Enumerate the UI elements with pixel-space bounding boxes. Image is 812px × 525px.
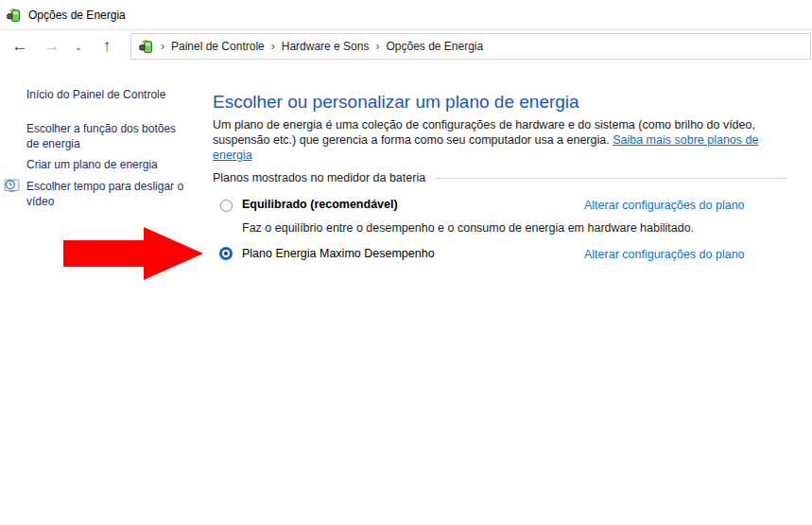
radio-selected-dot bbox=[224, 252, 228, 255]
breadcrumb-item-painel-de-controle[interactable]: Painel de Controle bbox=[171, 40, 265, 53]
section-divider bbox=[435, 178, 786, 179]
radio-maximo-desempenho[interactable] bbox=[219, 247, 233, 260]
intro-paragraph: Um plano de energia é uma coleção de con… bbox=[213, 117, 763, 163]
sidebar-item-control-panel-home[interactable]: Início do Painel de Controle bbox=[26, 87, 197, 102]
breadcrumb-separator-icon: › bbox=[271, 40, 275, 53]
recent-pages-dropdown-icon[interactable]: ⌄ bbox=[70, 34, 87, 59]
navigation-bar: ← → ⌄ ↑ › Painel de Controle › Hardware … bbox=[0, 30, 812, 62]
back-button[interactable]: ← bbox=[8, 34, 32, 59]
battery-meter-plans-section: Planos mostrados no medidor da bateria bbox=[213, 171, 786, 184]
breadcrumb-item-opcoes-de-energia[interactable]: Opções de Energia bbox=[386, 40, 483, 53]
page-title: Escolher ou personalizar um plano de ene… bbox=[213, 92, 780, 113]
plan-description-equilibrado: Faz o equilíbrio entre o desempenho e o … bbox=[242, 221, 694, 235]
forward-button[interactable]: → bbox=[40, 34, 64, 59]
sidebar-item-power-buttons[interactable]: Escolher a função dos botões de energia bbox=[26, 121, 185, 151]
address-bar[interactable]: › Painel de Controle › Hardware e Sons ›… bbox=[130, 33, 811, 60]
change-plan-settings-link-equilibrado[interactable]: Alterar configurações do plano bbox=[584, 199, 745, 212]
breadcrumb-item-hardware-e-sons[interactable]: Hardware e Sons bbox=[282, 40, 370, 53]
breadcrumb-separator-icon: › bbox=[161, 40, 164, 53]
up-button[interactable]: ↑ bbox=[95, 34, 119, 59]
red-arrow-annotation bbox=[61, 225, 205, 284]
window-title: Opções de Energia bbox=[28, 9, 126, 22]
plan-name-maximo-desempenho[interactable]: Plano Energia Maximo Desempenho bbox=[242, 247, 435, 260]
power-options-icon bbox=[139, 39, 154, 54]
change-plan-settings-link-maximo[interactable]: Alterar configurações do plano bbox=[584, 248, 745, 261]
title-bar: Opções de Energia bbox=[0, 0, 812, 30]
monitor-clock-icon bbox=[4, 178, 20, 194]
sidebar-item-create-plan[interactable]: Criar um plano de energia bbox=[26, 157, 197, 172]
radio-equilibrado[interactable] bbox=[220, 200, 233, 212]
breadcrumb-separator-icon: › bbox=[375, 40, 379, 53]
section-label: Planos mostrados no medidor da bateria bbox=[213, 171, 425, 184]
power-options-icon bbox=[7, 8, 22, 23]
sidebar-item-display-off-time[interactable]: Escolher tempo para desligar o vídeo bbox=[26, 179, 193, 209]
plan-name-equilibrado[interactable]: Equilibrado (recomendável) bbox=[242, 198, 398, 211]
